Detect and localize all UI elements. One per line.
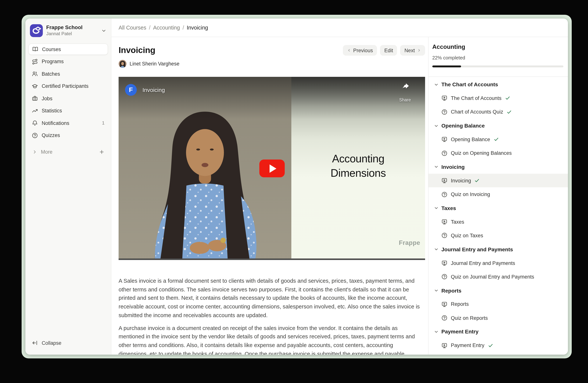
quiz-question-icon (441, 150, 447, 156)
outline-item-label: Payment Entry (451, 343, 484, 348)
next-button[interactable]: Next (400, 45, 425, 56)
video-player[interactable]: Accounting Dimensions F Invoicing (119, 77, 425, 260)
instructor-avatar (119, 60, 126, 68)
sidebar-item-label: Jobs (42, 96, 52, 101)
bell-icon (32, 120, 38, 126)
slide-title-line1: Accounting (291, 152, 425, 166)
chevron-right-icon (417, 48, 421, 52)
outline-quiz[interactable]: Quiz on Invoicing (428, 188, 568, 201)
course-progress-track (432, 65, 563, 67)
outline-quiz[interactable]: Quiz on Journal Entry and Payments (428, 270, 568, 284)
sidebar-item-jobs[interactable]: Jobs (28, 93, 108, 104)
slide-title-line2: Dimensions (291, 166, 425, 180)
section-title: Invoicing (441, 164, 465, 170)
completed-check-icon (506, 109, 512, 115)
outline-section-opening-balance[interactable]: Opening Balance (428, 119, 568, 133)
outline-section-chart-of-accounts[interactable]: The Chart of Accounts (428, 77, 568, 91)
quiz-question-icon (441, 274, 447, 280)
sidebar-item-label: Statistics (42, 108, 62, 114)
completed-check-icon (475, 178, 480, 183)
chevron-down-icon (434, 164, 439, 169)
outline-lesson[interactable]: The Chart of Accounts (428, 91, 568, 105)
lesson-paragraph: A purchase invoice is a document created… (119, 324, 424, 355)
collapse-label: Collapse (42, 340, 61, 346)
breadcrumb-separator: / (183, 25, 184, 31)
outline-quiz[interactable]: Quiz on Reports (428, 311, 568, 325)
outline-quiz[interactable]: Quiz on Opening Balances (428, 146, 568, 160)
share-arrow-icon (401, 82, 409, 91)
video-top-gradient (119, 77, 425, 119)
video-title-overlay: Invoicing (143, 87, 165, 93)
sidebar-item-batches[interactable]: Batches (28, 68, 108, 79)
breadcrumb-all-courses[interactable]: All Courses (119, 25, 146, 31)
share-label: Share (396, 98, 415, 102)
video-channel-chip[interactable]: F Invoicing (125, 84, 165, 96)
course-outline-list: The Chart of Accounts The Chart of Accou… (428, 77, 568, 355)
breadcrumb-current: Invoicing (187, 25, 208, 31)
chevron-down-icon (434, 82, 439, 87)
outline-item-label: Chart of Accounts Quiz (451, 109, 503, 115)
lesson-video-icon (441, 301, 447, 307)
workspace-title: Frappe School (46, 25, 98, 31)
plus-icon[interactable] (99, 149, 105, 155)
outline-item-label: Quiz on Taxes (451, 233, 483, 238)
page-title: Invoicing (119, 45, 155, 55)
sidebar-item-notifications[interactable]: Notifications 1 (28, 117, 108, 129)
section-title: Opening Balance (441, 123, 485, 129)
sidebar-item-courses[interactable]: Courses (28, 43, 108, 55)
outline-lesson-current[interactable]: Invoicing (428, 174, 568, 188)
route-icon (32, 58, 38, 64)
sidebar-spacer (28, 158, 108, 337)
video-progress-bar[interactable] (119, 258, 425, 260)
completed-check-icon (493, 137, 499, 142)
previous-button[interactable]: Previous (343, 45, 377, 56)
sidebar-item-quizzes[interactable]: Quizzes (28, 130, 108, 141)
outline-lesson[interactable]: Reports (428, 297, 568, 311)
edit-button[interactable]: Edit (380, 45, 397, 56)
sidebar-item-programs[interactable]: Programs (28, 56, 108, 67)
lesson-paragraph: A Sales invoice is a formal document sen… (119, 277, 424, 320)
outline-section-payment-entry[interactable]: Payment Entry (428, 325, 568, 339)
outline-quiz[interactable]: Quiz on Taxes (428, 229, 568, 243)
next-label: Next (404, 47, 415, 53)
breadcrumb-accounting[interactable]: Accounting (153, 25, 180, 31)
chevron-down-icon (434, 288, 439, 293)
sidebar-item-statistics[interactable]: Statistics (28, 105, 108, 116)
share-button[interactable]: Share (396, 82, 415, 102)
completed-check-icon (505, 96, 510, 101)
sidebar-more-toggle[interactable]: More (28, 146, 108, 158)
quiz-question-icon (441, 109, 447, 115)
outline-section-reports[interactable]: Reports (428, 284, 568, 297)
outline-lesson[interactable]: Taxes (428, 215, 568, 229)
lesson-video-icon (441, 136, 447, 142)
sidebar-item-label: Notifications (42, 120, 69, 126)
quiz-question-icon (441, 191, 447, 197)
play-icon (269, 164, 276, 172)
outline-section-invoicing[interactable]: Invoicing (428, 160, 568, 174)
section-title: Reports (441, 287, 462, 293)
chevron-down-icon (434, 206, 439, 211)
chevron-right-icon (32, 150, 37, 154)
workspace-switcher[interactable]: Frappe School Jannat Patel (28, 23, 108, 38)
previous-label: Previous (353, 47, 373, 53)
quiz-question-icon (441, 315, 447, 321)
section-title: Taxes (441, 205, 456, 211)
outline-quiz[interactable]: Chart of Accounts Quiz (428, 105, 568, 119)
frappe-watermark: Frappe (399, 239, 420, 246)
outline-lesson[interactable]: Journal Entry and Payments (428, 256, 568, 270)
collapse-sidebar-button[interactable]: Collapse (28, 337, 108, 348)
trending-up-icon (32, 108, 38, 114)
channel-avatar: F (125, 84, 137, 96)
sidebar-nav: Courses Programs Batches Certified Parti… (28, 43, 108, 141)
outline-section-taxes[interactable]: Taxes (428, 201, 568, 215)
play-button[interactable] (259, 159, 285, 177)
sidebar-item-certified-participants[interactable]: Certified Participants (28, 80, 108, 92)
course-progress-label: 22% completed (432, 55, 563, 61)
section-title: The Chart of Accounts (441, 81, 498, 87)
outline-lesson[interactable]: Payment Entry (428, 339, 568, 352)
outline-lesson[interactable]: Opening Balance (428, 133, 568, 146)
lesson-title-row: Invoicing Previous Edit Nex (119, 45, 425, 56)
outline-section-journal-entry[interactable]: Journal Entry and Payments (428, 242, 568, 256)
outline-item-label: Invoicing (451, 178, 471, 183)
outline-item-label: Taxes (451, 219, 464, 225)
